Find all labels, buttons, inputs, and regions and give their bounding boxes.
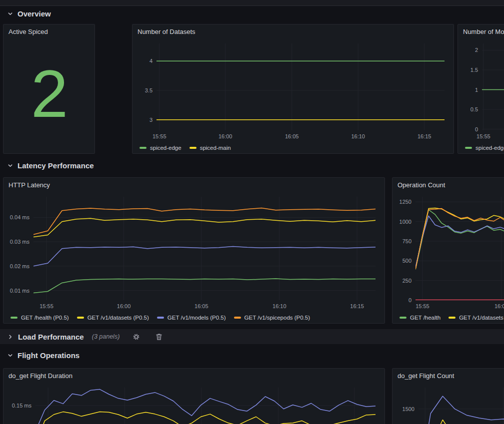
svg-text:15:55: 15:55 bbox=[152, 133, 166, 139]
svg-text:3: 3 bbox=[150, 117, 152, 123]
svg-text:16:10: 16:10 bbox=[351, 133, 365, 139]
chart-legend: GET /healthGET /v1/datasets bbox=[396, 311, 504, 324]
svg-text:0.03 ms: 0.03 ms bbox=[10, 239, 30, 245]
panel-title[interactable]: HTTP Latency bbox=[8, 178, 380, 193]
models-chart[interactable]: 00.511.5215:5516:0016:0516:1016:15 bbox=[462, 39, 504, 141]
svg-text:250: 250 bbox=[402, 278, 412, 284]
legend-label: GET /v1/datasets bbox=[459, 315, 504, 321]
stat-value: 2 bbox=[8, 39, 90, 147]
trash-icon[interactable] bbox=[154, 332, 164, 341]
flight-duration-chart[interactable]: 0.15 ms bbox=[8, 384, 380, 424]
section-overview[interactable]: Overview bbox=[7, 8, 51, 19]
svg-text:4: 4 bbox=[150, 58, 152, 64]
svg-text:500: 500 bbox=[402, 258, 412, 264]
section-title: Latency Performance bbox=[18, 161, 94, 170]
svg-text:3.5: 3.5 bbox=[145, 87, 152, 93]
panel-title[interactable]: Operation Count bbox=[396, 178, 504, 193]
panel-title[interactable]: Number of Datasets bbox=[136, 24, 450, 39]
legend-label: spiced-edge bbox=[150, 145, 182, 151]
svg-text:2: 2 bbox=[475, 47, 478, 53]
legend-swatch bbox=[234, 317, 241, 319]
legend-item[interactable]: GET /v1/models (P0.5) bbox=[157, 315, 226, 321]
svg-text:0: 0 bbox=[408, 297, 412, 303]
svg-text:16:10: 16:10 bbox=[272, 303, 286, 309]
svg-text:16:15: 16:15 bbox=[418, 133, 432, 139]
flight-count-chart[interactable]: 1500 bbox=[396, 384, 504, 424]
chart-legend: GET /health (P0.5)GET /v1/datasets (P0.5… bbox=[8, 311, 380, 324]
chevron-down-icon bbox=[7, 10, 13, 16]
datasets-chart[interactable]: 33.5415:5516:0016:0516:1016:15 bbox=[136, 39, 450, 141]
legend-item[interactable]: spiced-main bbox=[190, 145, 231, 151]
panel-active-spiced: Active Spiced 2 bbox=[3, 24, 95, 154]
svg-text:15:55: 15:55 bbox=[40, 303, 54, 309]
legend-swatch bbox=[448, 317, 456, 319]
legend-swatch bbox=[157, 317, 164, 319]
chart-legend: spiced-edge bbox=[462, 141, 504, 154]
legend-swatch bbox=[77, 317, 84, 319]
http-latency-chart[interactable]: 0.01 ms0.02 ms0.03 ms0.04 ms15:5516:0016… bbox=[8, 193, 380, 311]
legend-swatch bbox=[190, 147, 196, 149]
panel-operation-count: Operation Count 02505007501000125015:551… bbox=[392, 177, 504, 324]
legend-label: spiced-main bbox=[200, 145, 231, 151]
chart-legend: spiced-edgespiced-main bbox=[136, 141, 450, 154]
legend-item[interactable]: GET /health bbox=[400, 315, 440, 321]
svg-text:0.01 ms: 0.01 ms bbox=[10, 288, 30, 294]
legend-label: GET /health bbox=[410, 315, 440, 321]
legend-label: GET /health (P0.5) bbox=[21, 315, 69, 321]
svg-text:1: 1 bbox=[475, 87, 478, 93]
legend-item[interactable]: spiced-edge bbox=[140, 145, 182, 151]
svg-text:16:00: 16:00 bbox=[117, 303, 131, 309]
legend-label: spiced-edge bbox=[476, 145, 504, 151]
section-latency-performance[interactable]: Latency Performance bbox=[7, 160, 94, 171]
svg-text:16:05: 16:05 bbox=[285, 133, 299, 139]
section-title: Overview bbox=[18, 9, 51, 18]
chevron-right-icon bbox=[7, 334, 13, 340]
panel-do-get-flight-count: do_get Flight Count 1500 bbox=[392, 368, 504, 424]
legend-item[interactable]: GET /health (P0.5) bbox=[10, 315, 69, 321]
panel-title[interactable]: Active Spiced bbox=[8, 24, 90, 39]
chevron-down-icon bbox=[7, 352, 13, 358]
svg-text:15:55: 15:55 bbox=[476, 133, 490, 139]
panel-do-get-flight-duration: do_get Flight Duration 0.15 ms bbox=[3, 368, 385, 424]
panel-title[interactable]: Number of Models bbox=[462, 24, 504, 39]
svg-text:0.15 ms: 0.15 ms bbox=[12, 403, 32, 409]
svg-text:16:00: 16:00 bbox=[218, 133, 232, 139]
panel-number-of-datasets: Number of Datasets 33.5415:5516:0016:051… bbox=[132, 24, 454, 154]
legend-swatch bbox=[465, 147, 472, 149]
gear-icon[interactable] bbox=[132, 332, 140, 341]
svg-text:16:00: 16:00 bbox=[494, 303, 504, 309]
svg-text:0: 0 bbox=[475, 126, 478, 132]
legend-item[interactable]: GET /v1/datasets bbox=[448, 315, 504, 321]
legend-item[interactable]: spiced-edge bbox=[465, 145, 504, 151]
section-load-performance[interactable]: Load Performance (3 panels) bbox=[0, 329, 504, 344]
legend-label: GET /v1/models (P0.5) bbox=[168, 315, 226, 321]
panel-title[interactable]: do_get Flight Count bbox=[396, 369, 504, 384]
svg-text:16:15: 16:15 bbox=[350, 303, 364, 309]
svg-text:1250: 1250 bbox=[400, 199, 412, 205]
svg-text:1500: 1500 bbox=[402, 406, 414, 412]
legend-item[interactable]: GET /v1/spicepods (P0.5) bbox=[234, 315, 310, 321]
chevron-down-icon bbox=[7, 162, 13, 168]
top-bar bbox=[0, 0, 504, 6]
legend-label: GET /v1/datasets (P0.5) bbox=[88, 315, 149, 321]
svg-text:0.04 ms: 0.04 ms bbox=[10, 214, 30, 220]
legend-item[interactable]: GET /v1/datasets (P0.5) bbox=[77, 315, 149, 321]
panel-title[interactable]: do_get Flight Duration bbox=[8, 369, 380, 384]
section-title: Load Performance bbox=[18, 333, 84, 341]
svg-text:16:05: 16:05 bbox=[194, 303, 208, 309]
section-flight-operations[interactable]: Flight Operations bbox=[7, 350, 80, 361]
legend-swatch bbox=[10, 317, 18, 319]
svg-text:0.5: 0.5 bbox=[470, 106, 478, 112]
legend-swatch bbox=[140, 147, 146, 149]
operation-count-chart[interactable]: 02505007501000125015:5516:0016:0516:1016… bbox=[396, 193, 504, 311]
legend-swatch bbox=[400, 317, 406, 319]
svg-text:750: 750 bbox=[402, 238, 412, 244]
svg-text:1.5: 1.5 bbox=[470, 67, 478, 73]
panel-http-latency: HTTP Latency 0.01 ms0.02 ms0.03 ms0.04 m… bbox=[3, 177, 385, 324]
panel-count-label: (3 panels) bbox=[92, 333, 120, 340]
svg-text:15:55: 15:55 bbox=[416, 303, 430, 309]
section-title: Flight Operations bbox=[18, 351, 80, 360]
panel-number-of-models: Number of Models 00.511.5215:5516:0016:0… bbox=[458, 24, 504, 154]
legend-label: GET /v1/spicepods (P0.5) bbox=[244, 315, 310, 321]
svg-text:0.02 ms: 0.02 ms bbox=[10, 263, 30, 269]
